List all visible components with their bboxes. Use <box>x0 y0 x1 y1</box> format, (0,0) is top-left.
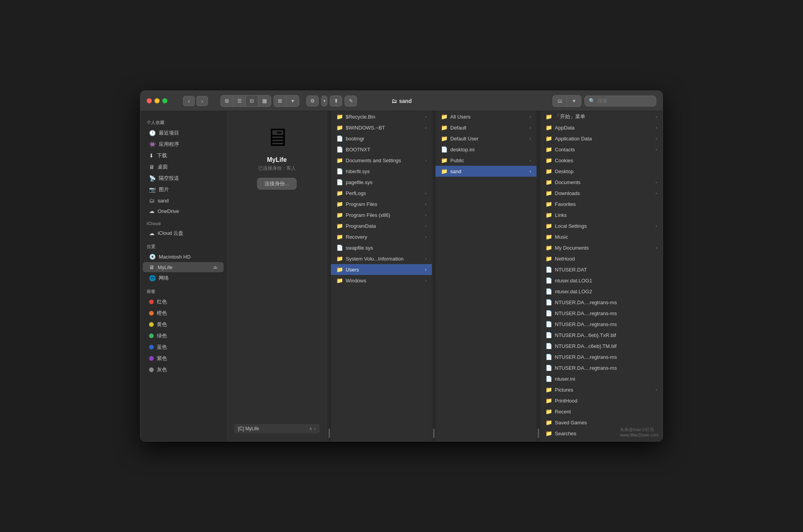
minimize-button[interactable] <box>155 98 160 103</box>
sidebar-item-tag-purple[interactable]: 紫色 <box>143 353 224 364</box>
list-item[interactable]: 📁Recovery› <box>331 231 432 242</box>
group-button[interactable]: ⊞ <box>274 96 286 106</box>
list-item[interactable]: 📁AppData› <box>540 122 663 133</box>
sidebar-item-applications[interactable]: 👾 应用程序 <box>143 139 224 150</box>
path-down-chevron[interactable]: › <box>314 426 316 431</box>
sidebar-item-desktop[interactable]: 🖥 桌面 <box>143 161 224 172</box>
list-item[interactable]: 📄NTUSER.DA....regtrans-ms <box>540 319 663 330</box>
sidebar-item-tag-green[interactable]: 绿色 <box>143 330 224 341</box>
edit-tags-button[interactable]: ✎ <box>345 96 357 106</box>
list-item[interactable]: 📁System Volu...Information› <box>331 253 432 264</box>
column-view-button[interactable]: ⊟ <box>246 96 258 106</box>
list-item[interactable]: 📁Recent <box>540 406 663 417</box>
list-item[interactable]: 📁Program Files› <box>331 199 432 209</box>
list-item[interactable]: 📁My Documents› <box>540 242 663 253</box>
sidebar-item-tag-red[interactable]: 红色 <box>143 296 224 307</box>
resize-handle-3[interactable] <box>538 429 539 438</box>
list-item[interactable]: 📁Default› <box>435 122 537 133</box>
sidebar-item-tag-gray[interactable]: 灰色 <box>143 364 224 375</box>
list-item[interactable]: 📁Cookies <box>540 155 663 166</box>
back-button[interactable]: ‹ <box>183 96 195 106</box>
list-item[interactable]: 📁Local Settings› <box>540 220 663 231</box>
list-item[interactable]: 📄NTUSER.DA...c6eb}.TM.blf <box>540 340 663 351</box>
path-up-chevron[interactable]: ∧ <box>309 426 313 431</box>
list-item[interactable]: 📁Windows› <box>331 275 432 286</box>
search-box[interactable]: 🔍 <box>584 96 656 106</box>
view-toggle-dropdown[interactable]: ▾ <box>567 96 581 106</box>
resize-handle-1[interactable] <box>329 429 330 438</box>
sidebar-item-macintosh-hd[interactable]: 💿 Macintosh HD <box>143 252 224 262</box>
list-item[interactable]: 📁Favorites <box>540 199 663 209</box>
eject-icon[interactable]: ⏏ <box>213 264 217 270</box>
list-item[interactable]: 📄pagefile.sys <box>331 177 432 188</box>
list-item[interactable]: 📁「开始」菜单› <box>540 111 663 122</box>
list-item[interactable]: 📄NTUSER.DA....regtrans-ms <box>540 362 663 373</box>
list-item[interactable]: 📁PerfLogs› <box>331 188 432 199</box>
list-item[interactable]: 📁All Users› <box>435 111 537 122</box>
sidebar-item-tag-orange[interactable]: 橙色 <box>143 308 224 319</box>
list-item[interactable]: 📁Downloads› <box>540 188 663 199</box>
action-button[interactable]: ⚙ <box>306 96 319 106</box>
list-item[interactable]: 📄NTUSER.DA...6eb}.TxR.blf <box>540 330 663 340</box>
connect-button[interactable]: 连接身份... <box>257 178 297 190</box>
list-item[interactable]: 📁Application Data› <box>540 133 663 144</box>
sidebar-item-recents[interactable]: 🕐 最近项目 <box>143 128 224 138</box>
list-item[interactable]: 📄hiberfil.sys <box>331 166 432 177</box>
list-item[interactable]: 📁Documents and Settings› <box>331 155 432 166</box>
sidebar-item-pictures[interactable]: 📷 图片 <box>143 184 224 195</box>
sidebar-item-mylife[interactable]: 🖥 MyLife ⏏ <box>143 262 224 272</box>
sidebar-item-icloud[interactable]: ☁ iCloud 云盘 <box>143 228 224 239</box>
resize-handle-2[interactable] <box>433 429 435 438</box>
forward-button[interactable]: › <box>196 96 208 106</box>
share-button[interactable]: ⬆ <box>330 96 342 106</box>
close-button[interactable] <box>147 98 152 103</box>
list-item[interactable]: 📄ntuser.dat.LOG2 <box>540 286 663 297</box>
search-input[interactable] <box>597 98 652 104</box>
list-item[interactable]: 📁Default User› <box>435 133 537 144</box>
title-bar: ‹ › ⊞ ☰ ⊟ ▦ ⊞ ▾ ⚙ ▾ ⬆ ✎ 🗂 sand <box>140 91 663 111</box>
list-item[interactable]: 📄swapfile.sys <box>331 242 432 253</box>
icon-view-button[interactable]: ⊞ <box>221 96 233 106</box>
list-item[interactable]: 📄NTUSER.DA....regtrans-ms <box>540 297 663 308</box>
list-item[interactable]: 📁Desktop <box>540 166 663 177</box>
sidebar-item-network[interactable]: 🌐 网络 <box>143 273 224 284</box>
list-item[interactable]: 📁Pictures› <box>540 384 663 395</box>
list-item[interactable]: 📁Public› <box>435 155 537 166</box>
list-item[interactable]: 📄ntuser.dat.LOG1 <box>540 275 663 286</box>
list-view-button[interactable]: ☰ <box>233 96 246 106</box>
sidebar-item-sand[interactable]: 🗂 sand <box>143 195 224 206</box>
maximize-button[interactable] <box>162 98 167 103</box>
sidebar-item-tag-blue[interactable]: 蓝色 <box>143 342 224 353</box>
list-item[interactable]: 📁$Recycle.Bin› <box>331 111 432 122</box>
list-item[interactable]: 📁Documents› <box>540 177 663 188</box>
list-item[interactable]: 📁PrintHood <box>540 395 663 406</box>
list-item[interactable]: 📁$WINDOWS.~BT› <box>331 122 432 133</box>
list-item[interactable]: 📄NTUSER.DA....regtrans-ms <box>540 308 663 319</box>
list-item[interactable]: 📄NTUSER.DAT <box>540 264 663 275</box>
list-item[interactable]: 📁Saved Games <box>540 417 663 428</box>
list-item[interactable]: 📄bootmgr <box>331 133 432 144</box>
list-item[interactable]: 📁Users› <box>331 264 432 275</box>
list-item[interactable]: 📄desktop.ini <box>435 144 537 155</box>
list-item[interactable]: 📄NTUSER.DA....regtrans-ms <box>540 351 663 362</box>
action-dropdown[interactable]: ▾ <box>321 96 327 106</box>
chevron-right-icon: › <box>656 245 657 250</box>
view-toggle-icon[interactable]: 🗂 <box>553 96 567 106</box>
chevron-right-icon: › <box>529 158 531 163</box>
list-item[interactable]: 📁Program Files (x86)› <box>331 209 432 220</box>
list-item[interactable]: 📁SendTo <box>540 439 663 441</box>
list-item[interactable]: 📁Contacts› <box>540 144 663 155</box>
list-item[interactable]: 📁sand› <box>435 166 537 177</box>
group-dropdown[interactable]: ▾ <box>286 96 299 106</box>
gallery-view-button[interactable]: ▦ <box>258 96 271 106</box>
list-item[interactable]: 📁ProgramData› <box>331 220 432 231</box>
list-item[interactable]: 📁NetHood <box>540 253 663 264</box>
list-item[interactable]: 📄ntuser.ini <box>540 373 663 384</box>
list-item[interactable]: 📁Music <box>540 231 663 242</box>
sidebar-item-tag-yellow[interactable]: 黄色 <box>143 319 224 330</box>
list-item[interactable]: 📄BOOTNXT <box>331 144 432 155</box>
sidebar-item-downloads[interactable]: ⬇ 下载 <box>143 150 224 161</box>
list-item[interactable]: 📁Links <box>540 209 663 220</box>
sidebar-item-onedrive[interactable]: ☁ OneDrive <box>143 206 224 216</box>
sidebar-item-airdrop[interactable]: 📡 隔空投送 <box>143 173 224 184</box>
